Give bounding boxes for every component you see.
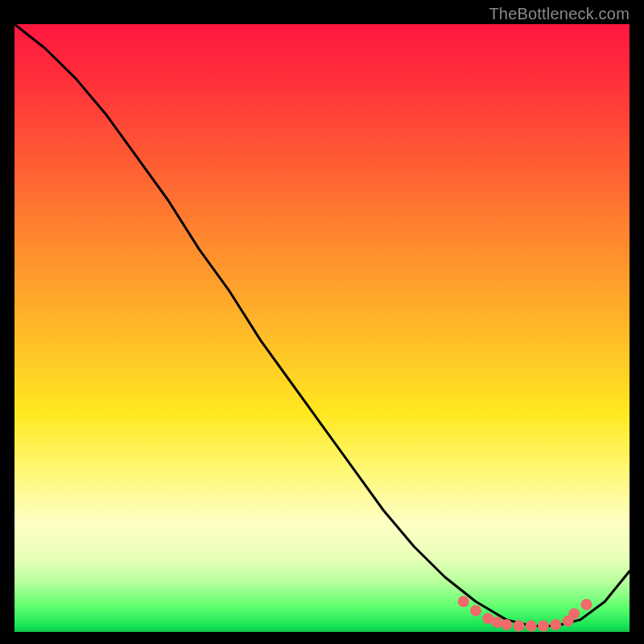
marker-dots [458, 596, 592, 631]
marker-dot [581, 599, 592, 610]
curve-path [14, 24, 630, 626]
marker-dot [514, 621, 525, 632]
marker-dot [568, 608, 580, 619]
marker-dot [526, 621, 537, 632]
curve-layer [14, 24, 630, 632]
marker-dot [458, 596, 469, 607]
plot-area [14, 24, 630, 632]
marker-dot [501, 619, 512, 630]
marker-dot [470, 605, 481, 617]
watermark-text: TheBottleneck.com [489, 5, 630, 23]
marker-dot [550, 619, 561, 630]
chart-frame: TheBottleneck.com [0, 0, 644, 644]
marker-dot [538, 621, 549, 632]
